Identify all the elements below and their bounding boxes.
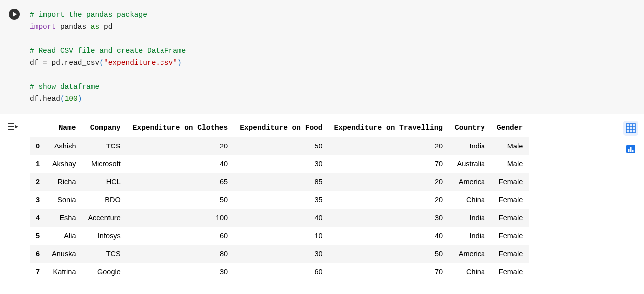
cell: Google	[82, 263, 126, 281]
cell: Female	[491, 209, 529, 227]
cell: Female	[491, 245, 529, 263]
cell: India	[449, 137, 491, 155]
cell: TCS	[82, 137, 126, 155]
table-row: 3SoniaBDO503520ChinaFemale	[30, 191, 529, 209]
column-header: Company	[82, 119, 126, 137]
row-index: 5	[30, 227, 46, 245]
svg-rect-12	[630, 147, 632, 152]
svg-marker-0	[13, 12, 17, 17]
cell: 70	[328, 263, 449, 281]
cell: 85	[234, 173, 328, 191]
cell: 35	[234, 191, 328, 209]
cell: 40	[127, 155, 234, 173]
row-index: 1	[30, 155, 46, 173]
run-cell-button[interactable]	[9, 9, 20, 20]
cell: Alia	[46, 227, 82, 245]
table-row: 2RichaHCL658520AmericaFemale	[30, 173, 529, 191]
cell: 50	[127, 191, 234, 209]
output-area: NameCompanyExpenditure on ClothesExpendi…	[0, 114, 644, 281]
cell: China	[449, 263, 491, 281]
cell: India	[449, 227, 491, 245]
cell: America	[449, 245, 491, 263]
cell: America	[449, 173, 491, 191]
cell: Female	[491, 227, 529, 245]
column-header: Country	[449, 119, 491, 137]
table-view-icon[interactable]	[623, 121, 638, 136]
dataframe-output: NameCompanyExpenditure on ClothesExpendi…	[30, 119, 614, 281]
output-gutter	[0, 119, 30, 281]
cell: 20	[328, 137, 449, 155]
cell: 65	[127, 173, 234, 191]
cell: 50	[328, 245, 449, 263]
cell: China	[449, 191, 491, 209]
cell: Microsoft	[82, 155, 126, 173]
cell: Female	[491, 263, 529, 281]
cell: 30	[234, 155, 328, 173]
row-index: 2	[30, 173, 46, 191]
cell: Male	[491, 155, 529, 173]
svg-rect-13	[632, 150, 634, 152]
cell: Australia	[449, 155, 491, 173]
table-row: 6AnuskaTCS803050AmericaFemale	[30, 245, 529, 263]
svg-marker-4	[15, 125, 18, 128]
row-index: 4	[30, 209, 46, 227]
cell: 70	[328, 155, 449, 173]
cell: Male	[491, 137, 529, 155]
table-row: 4EshaAccenture1004030IndiaFemale	[30, 209, 529, 227]
table-row: 5AliaInfosys601040IndiaFemale	[30, 227, 529, 245]
column-header: Expenditure on Travelling	[328, 119, 449, 137]
cell-gutter	[0, 4, 30, 110]
row-index: 7	[30, 263, 46, 281]
cell: Ashish	[46, 137, 82, 155]
cell: 80	[127, 245, 234, 263]
output-side-tools	[614, 119, 644, 281]
column-header: Gender	[491, 119, 529, 137]
cell: BDO	[82, 191, 126, 209]
dataframe-table: NameCompanyExpenditure on ClothesExpendi…	[30, 119, 529, 281]
row-index: 0	[30, 137, 46, 155]
code-editor[interactable]: # import the pandas package import panda…	[30, 4, 644, 110]
cell: 60	[127, 227, 234, 245]
cell: Female	[491, 173, 529, 191]
cell: 50	[234, 137, 328, 155]
toggle-output-icon[interactable]	[7, 121, 19, 133]
cell: 30	[328, 209, 449, 227]
cell: 20	[328, 191, 449, 209]
cell: 20	[328, 173, 449, 191]
column-header: Expenditure on Clothes	[127, 119, 234, 137]
cell: Katrina	[46, 263, 82, 281]
cell: 20	[127, 137, 234, 155]
cell: 30	[127, 263, 234, 281]
cell: 40	[234, 209, 328, 227]
column-header: Name	[46, 119, 82, 137]
cell: Accenture	[82, 209, 126, 227]
index-header	[30, 119, 46, 137]
cell: 30	[234, 245, 328, 263]
table-row: 1AkshayMicrosoft403070AustraliaMale	[30, 155, 529, 173]
cell: Infosys	[82, 227, 126, 245]
table-row: 0AshishTCS205020IndiaMale	[30, 137, 529, 155]
table-row: 7KatrinaGoogle306070ChinaFemale	[30, 263, 529, 281]
cell: Sonia	[46, 191, 82, 209]
svg-rect-5	[626, 124, 635, 133]
cell: HCL	[82, 173, 126, 191]
cell: Richa	[46, 173, 82, 191]
row-index: 3	[30, 191, 46, 209]
cell: Esha	[46, 209, 82, 227]
chart-view-icon[interactable]	[623, 142, 638, 156]
row-index: 6	[30, 245, 46, 263]
cell: 10	[234, 227, 328, 245]
cell: Anuska	[46, 245, 82, 263]
cell: Akshay	[46, 155, 82, 173]
column-header: Expenditure on Food	[234, 119, 328, 137]
cell: India	[449, 209, 491, 227]
cell: Female	[491, 191, 529, 209]
cell: 40	[328, 227, 449, 245]
cell: TCS	[82, 245, 126, 263]
code-cell: # import the pandas package import panda…	[0, 0, 644, 114]
cell: 100	[127, 209, 234, 227]
cell: 60	[234, 263, 328, 281]
svg-rect-11	[628, 149, 630, 152]
